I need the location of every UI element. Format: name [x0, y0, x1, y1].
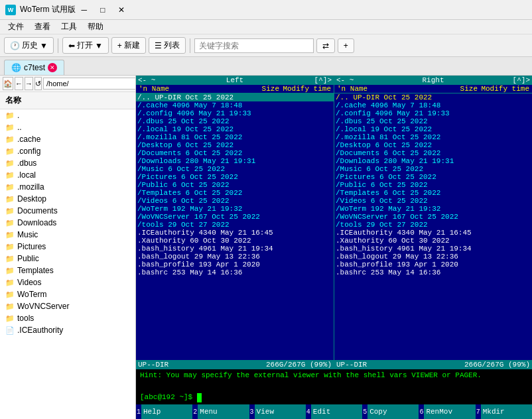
fkey-copy[interactable]: 5Copy [362, 404, 419, 419]
fkey-edit[interactable]: 4Edit [306, 404, 362, 419]
file-row[interactable]: /.config 4096 May 21 19:33 [136, 109, 334, 117]
filetree-item[interactable]: 📁Documents [0, 205, 135, 217]
file-row[interactable]: /WoTerm 192 May 21 19:32 [334, 205, 532, 213]
file-row[interactable]: /Downloads 280 May 21 19:31 [334, 157, 532, 165]
file-row[interactable]: .bashrc 253 May 14 16:36 [136, 269, 334, 276]
fkey-menu[interactable]: 2Menu [192, 404, 249, 419]
tab-c7test[interactable]: 🌐 c7test ✕ [4, 60, 64, 75]
open-button[interactable]: ⬅ 打开 ▼ [62, 37, 109, 54]
file-row[interactable]: .bashrc 253 May 14 16:36 [334, 269, 532, 276]
file-row[interactable]: /.dbus 25 Oct 25 2022 [334, 117, 532, 125]
file-row[interactable]: .bash_profile 193 Apr 1 2020 [334, 261, 532, 269]
file-row[interactable]: /.local 19 Oct 25 2022 [136, 125, 334, 133]
file-row[interactable]: /WoTerm 192 May 21 19:32 [136, 205, 334, 213]
filetree-item[interactable]: 📁Templates [0, 265, 135, 276]
file-row[interactable]: /.dbus 25 Oct 25 2022 [136, 117, 334, 125]
fkey-label[interactable]: Edit [311, 404, 362, 419]
menu-file[interactable]: 文件 [3, 20, 29, 34]
file-row[interactable]: /.. UP-DIR Oct 25 2022 [136, 93, 334, 101]
menu-view[interactable]: 查看 [29, 20, 56, 34]
file-row[interactable]: /tools 29 Oct 27 2022 [334, 221, 532, 229]
filetree-item[interactable]: 📁Pictures [0, 241, 135, 253]
left-file-list[interactable]: /.. UP-DIR Oct 25 2022/.cache 4096 May 7… [136, 93, 334, 360]
right-file-list[interactable]: /.. UP-DIR Oct 25 2022/.cache 4096 May 7… [334, 93, 532, 360]
file-row[interactable]: .ICEauthority 4340 May 21 16:45 [136, 229, 334, 237]
file-row[interactable]: /Templates 6 Oct 25 2022 [334, 189, 532, 197]
file-row[interactable]: /.. UP-DIR Oct 25 2022 [334, 93, 532, 101]
filetree-item[interactable]: 📁Downloads [0, 217, 135, 229]
filetree-item[interactable]: 📄.ICEauthority [0, 324, 135, 336]
file-row[interactable]: /WoVNCServer 167 Oct 25 2022 [136, 213, 334, 221]
list-button[interactable]: ☰ 列表 [149, 37, 186, 54]
filetree-item[interactable]: 📁.. [0, 121, 135, 133]
fkey-help[interactable]: 1Help [136, 404, 192, 419]
fkey-label[interactable]: Copy [367, 404, 419, 419]
file-row[interactable]: /Desktop 6 Oct 25 2022 [136, 141, 334, 149]
file-row[interactable]: /Music 6 Oct 25 2022 [334, 165, 532, 173]
file-row[interactable]: /.mozilla 81 Oct 25 2022 [334, 133, 532, 141]
ft-forward-button[interactable]: → [25, 77, 33, 90]
close-button[interactable]: ✕ [113, 4, 130, 16]
file-row[interactable]: /Templates 6 Oct 25 2022 [136, 189, 334, 197]
file-row[interactable]: /Music 6 Oct 25 2022 [136, 165, 334, 173]
filetree-item[interactable]: 📁.cache [0, 133, 135, 145]
filetree-item[interactable]: 📁WoVNCServer [0, 300, 135, 312]
ft-home-button[interactable]: 🏠 [3, 77, 13, 90]
file-row[interactable]: .bash_history 4961 May 21 19:34 [136, 245, 334, 253]
file-row[interactable]: .ICEauthority 4340 May 21 16:45 [334, 229, 532, 237]
fkey-label[interactable]: Menu [198, 404, 249, 419]
file-row[interactable]: /Desktop 6 Oct 25 2022 [334, 141, 532, 149]
sync-button[interactable]: ⇄ [316, 38, 335, 53]
file-row[interactable]: .bash_history 4961 May 21 19:34 [334, 245, 532, 253]
file-row[interactable]: /Downloads 280 May 21 19:31 [136, 157, 334, 165]
file-row[interactable]: /.cache 4096 May 7 18:48 [334, 101, 532, 109]
ft-back-button[interactable]: ← [15, 77, 23, 90]
filetree-item[interactable]: 📁Music [0, 229, 135, 241]
fkey-label[interactable]: Help [141, 404, 192, 419]
file-row[interactable]: /Public 6 Oct 25 2022 [334, 181, 532, 189]
history-button[interactable]: 🕐 历史 ▼ [4, 37, 54, 54]
file-row[interactable]: /Public 6 Oct 25 2022 [136, 181, 334, 189]
file-row[interactable]: /Documents 6 Oct 25 2022 [334, 149, 532, 157]
new-button[interactable]: + 新建 [111, 37, 146, 54]
file-row[interactable]: /Pictures 6 Oct 25 2022 [136, 173, 334, 181]
filetree-item[interactable]: 📁Videos [0, 276, 135, 288]
filetree-item[interactable]: 📁Public [0, 253, 135, 265]
file-row[interactable]: /.cache 4096 May 7 18:48 [136, 101, 334, 109]
filetree-item[interactable]: 📁.mozilla [0, 181, 135, 193]
ft-refresh-button[interactable]: ↺ [34, 77, 42, 90]
filetree-item[interactable]: 📁. [0, 109, 135, 121]
filetree-list[interactable]: 📁.📁..📁.cache📁.config📁.dbus📁.local📁.mozil… [0, 109, 135, 419]
fkey-view[interactable]: 3View [249, 404, 306, 419]
maximize-button[interactable]: □ [94, 4, 111, 16]
file-row[interactable]: /Videos 6 Oct 25 2022 [136, 197, 334, 205]
tab-close-button[interactable]: ✕ [48, 63, 57, 72]
file-row[interactable]: /WoVNCServer 167 Oct 25 2022 [334, 213, 532, 221]
file-row[interactable]: /.config 4096 May 21 19:33 [334, 109, 532, 117]
file-row[interactable]: /Pictures 6 Oct 25 2022 [334, 173, 532, 181]
file-row[interactable]: .bash_logout 29 May 13 22:36 [136, 253, 334, 261]
filetree-item[interactable]: 📁.local [0, 169, 135, 181]
filetree-item[interactable]: 📁Desktop [0, 193, 135, 205]
file-row[interactable]: /Documents 6 Oct 25 2022 [136, 149, 334, 157]
fkey-label[interactable]: Mkdir [481, 404, 532, 419]
fkey-label[interactable]: RenMov [424, 404, 475, 419]
ft-path-input[interactable] [43, 78, 136, 90]
filetree-item[interactable]: 📁WoTerm [0, 288, 135, 300]
terminal-prompt[interactable]: [abc@192 ~]$ [136, 392, 532, 404]
fkey-renmov[interactable]: 6RenMov [419, 404, 475, 419]
file-row[interactable]: /.mozilla 81 Oct 25 2022 [136, 133, 334, 141]
menu-help[interactable]: 帮助 [82, 20, 109, 34]
filetree-item[interactable]: 📁.dbus [0, 157, 135, 169]
file-row[interactable]: /Videos 6 Oct 25 2022 [334, 197, 532, 205]
file-row[interactable]: /tools 29 Oct 27 2022 [136, 221, 334, 229]
add-button[interactable]: + [338, 38, 354, 53]
filetree-item[interactable]: 📁.config [0, 145, 135, 157]
fkey-mkdir[interactable]: 7Mkdir [476, 404, 532, 419]
fkey-label[interactable]: View [255, 404, 306, 419]
minimize-button[interactable]: ─ [76, 4, 93, 16]
file-row[interactable]: .bash_profile 193 Apr 1 2020 [136, 261, 334, 269]
search-input[interactable] [194, 38, 314, 53]
file-row[interactable]: /.local 19 Oct 25 2022 [334, 125, 532, 133]
file-row[interactable]: .Xauthority 60 Oct 30 2022 [136, 237, 334, 245]
